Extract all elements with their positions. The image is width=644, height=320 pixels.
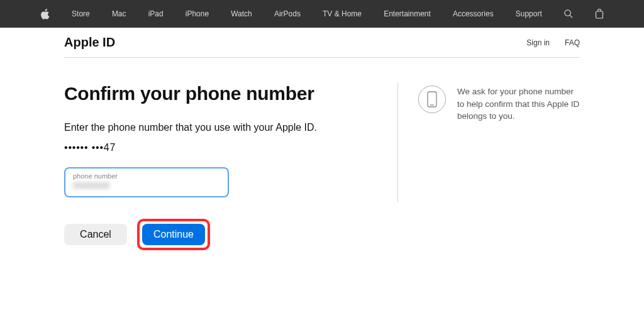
bag-icon[interactable] <box>595 9 604 19</box>
side-help-text: We ask for your phone number to help con… <box>457 86 580 202</box>
apple-logo-icon[interactable] <box>40 9 50 19</box>
faq-link[interactable]: FAQ <box>565 38 580 47</box>
continue-button[interactable]: Continue <box>142 224 205 245</box>
nav-support[interactable]: Support <box>516 9 542 18</box>
local-nav: Apple ID Sign in FAQ <box>64 28 580 58</box>
masked-phone-number: •••••• •••47 <box>64 142 372 153</box>
phone-number-input-wrapper[interactable]: phone number 0000000 <box>64 167 229 197</box>
nav-mac[interactable]: Mac <box>112 9 126 18</box>
side-column: We ask for your phone number to help con… <box>397 83 580 202</box>
heading: Confirm your phone number <box>64 83 372 104</box>
nav-watch[interactable]: Watch <box>231 9 252 18</box>
phone-number-input[interactable]: 0000000 <box>73 180 220 191</box>
svg-line-1 <box>570 15 572 18</box>
phone-icon <box>418 86 446 113</box>
nav-store[interactable]: Store <box>72 9 90 18</box>
global-nav: Store Mac iPad iPhone Watch AirPods TV &… <box>0 0 644 28</box>
subtitle: Enter the phone number that you use with… <box>64 122 372 133</box>
nav-accessories[interactable]: Accessories <box>453 9 494 18</box>
nav-ipad[interactable]: iPad <box>148 9 164 18</box>
svg-point-0 <box>565 10 570 16</box>
search-icon[interactable] <box>564 9 573 18</box>
nav-airpods[interactable]: AirPods <box>274 9 301 18</box>
continue-highlight: Continue <box>137 219 210 250</box>
phone-number-label: phone number <box>73 172 220 180</box>
sign-in-link[interactable]: Sign in <box>526 38 550 47</box>
main-column: Confirm your phone number Enter the phon… <box>64 83 397 250</box>
nav-iphone[interactable]: iPhone <box>186 9 209 18</box>
nav-tv-home[interactable]: TV & Home <box>323 9 362 18</box>
page-title: Apple ID <box>64 35 115 50</box>
nav-entertainment[interactable]: Entertainment <box>384 9 431 18</box>
cancel-button[interactable]: Cancel <box>64 224 127 245</box>
svg-rect-2 <box>596 11 602 18</box>
